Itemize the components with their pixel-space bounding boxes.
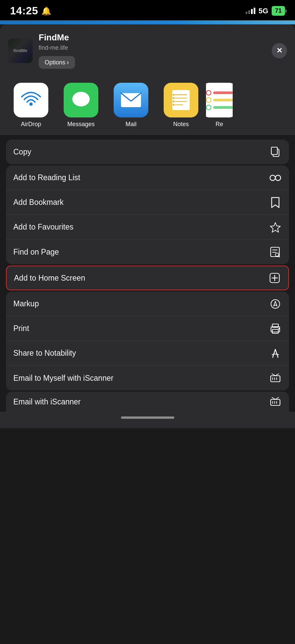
find-on-page-row[interactable]: Find on Page xyxy=(6,240,289,264)
reminders-label: Re xyxy=(208,121,231,128)
bookmark-row[interactable]: Add Bookmark xyxy=(6,190,289,215)
share-sheet: findMe FindMe find-me.life Options › ✕ xyxy=(0,24,295,428)
mail-icon xyxy=(114,83,148,117)
share-app-reminders[interactable]: Re xyxy=(206,83,233,128)
page-preview-header: findMe FindMe find-me.life Options › ✕ xyxy=(0,24,295,75)
svg-point-10 xyxy=(173,97,175,99)
reading-list-icon xyxy=(269,172,282,184)
add-home-screen-label: Add to Home Screen xyxy=(14,274,85,283)
svg-rect-33 xyxy=(271,376,280,382)
svg-rect-31 xyxy=(272,329,278,333)
email-with-iscanner-icon xyxy=(269,395,282,408)
mail-label: Mail xyxy=(125,121,136,128)
copy-label: Copy xyxy=(13,147,31,156)
email-with-iscanner-label: Email with iScanner xyxy=(13,397,81,406)
airdrop-label: AirDrop xyxy=(21,121,41,128)
airdrop-icon xyxy=(14,83,48,117)
messages-icon xyxy=(64,83,98,117)
close-button[interactable]: ✕ xyxy=(272,43,287,58)
svg-point-27 xyxy=(271,300,280,308)
svg-point-11 xyxy=(173,101,175,102)
add-home-screen-row[interactable]: Add to Home Screen xyxy=(6,266,289,290)
markup-label: Markup xyxy=(13,299,39,308)
action-group-3: Email with iScanner xyxy=(6,392,289,412)
share-notability-icon xyxy=(269,347,282,360)
battery-icon: 71 xyxy=(272,6,285,16)
share-app-notes[interactable]: Notes xyxy=(156,83,206,128)
share-app-mail[interactable]: Mail xyxy=(106,83,156,128)
share-notability-row[interactable]: Share to Notability xyxy=(6,341,289,366)
email-iscanner-row[interactable]: Email to Myself with iScanner xyxy=(6,366,289,390)
notes-label: Notes xyxy=(173,121,189,128)
svg-point-12 xyxy=(173,104,175,106)
action-group-1: Add to Reading List Add Bookmark Add to … xyxy=(6,166,289,264)
svg-marker-28 xyxy=(274,301,277,306)
svg-rect-15 xyxy=(271,147,277,154)
share-app-messages[interactable]: Messages xyxy=(56,83,106,128)
messages-label: Messages xyxy=(67,121,95,128)
markup-icon xyxy=(269,298,282,310)
share-apps-row: AirDrop Messages Mail xyxy=(0,75,295,135)
copy-icon xyxy=(269,145,282,158)
options-button[interactable]: Options › xyxy=(39,56,75,69)
svg-point-0 xyxy=(29,102,33,106)
share-app-airdrop[interactable]: AirDrop xyxy=(6,83,56,128)
svg-point-17 xyxy=(275,175,281,181)
favourites-icon xyxy=(269,221,282,234)
email-iscanner-icon xyxy=(269,372,282,384)
bottom-pill-area xyxy=(0,412,295,428)
print-icon xyxy=(269,322,282,335)
print-row[interactable]: Print xyxy=(6,316,289,341)
favourites-row[interactable]: Add to Favourites xyxy=(6,215,289,240)
share-notability-label: Share to Notability xyxy=(13,349,76,358)
page-icon-text: findMe xyxy=(13,48,27,53)
svg-rect-37 xyxy=(271,399,280,405)
action-group-2: Markup Print Share to Notability xyxy=(6,292,289,390)
bottom-pill xyxy=(121,416,174,419)
notes-icon xyxy=(164,83,198,117)
markup-row[interactable]: Markup xyxy=(6,292,289,316)
favourites-label: Add to Favourites xyxy=(13,223,73,232)
signal-icon xyxy=(246,8,255,14)
find-on-page-icon xyxy=(269,246,282,258)
browser-bar xyxy=(0,20,295,24)
reading-list-row[interactable]: Add to Reading List xyxy=(6,166,289,190)
svg-point-16 xyxy=(270,175,275,181)
reminders-icon xyxy=(206,83,233,117)
svg-point-32 xyxy=(278,328,280,329)
add-home-screen-icon xyxy=(268,272,281,284)
network-label: 5G xyxy=(259,7,268,15)
find-on-page-label: Find on Page xyxy=(13,248,59,257)
bell-icon: 🔔 xyxy=(41,6,51,16)
bookmark-label: Add Bookmark xyxy=(13,198,64,207)
svg-marker-18 xyxy=(270,223,280,232)
svg-point-1 xyxy=(72,92,90,106)
copy-row[interactable]: Copy xyxy=(6,139,289,164)
reading-list-label: Add to Reading List xyxy=(13,173,80,182)
add-home-screen-wrapper: Add to Home Screen xyxy=(6,266,289,290)
svg-rect-4 xyxy=(172,90,190,110)
status-bar: 14:25 🔔 5G 71 xyxy=(0,0,295,20)
email-iscanner-label: Email to Myself with iScanner xyxy=(13,374,113,383)
page-title: FindMe xyxy=(39,32,266,43)
page-url: find-me.life xyxy=(39,44,266,51)
status-time: 14:25 xyxy=(10,5,38,17)
copy-section: Copy xyxy=(6,139,289,164)
page-info: FindMe find-me.life Options › xyxy=(39,32,266,69)
print-label: Print xyxy=(13,324,29,333)
email-with-iscanner-row[interactable]: Email with iScanner xyxy=(6,392,289,412)
svg-point-9 xyxy=(173,94,175,96)
page-favicon: findMe xyxy=(8,38,33,63)
bookmark-icon xyxy=(269,196,282,209)
